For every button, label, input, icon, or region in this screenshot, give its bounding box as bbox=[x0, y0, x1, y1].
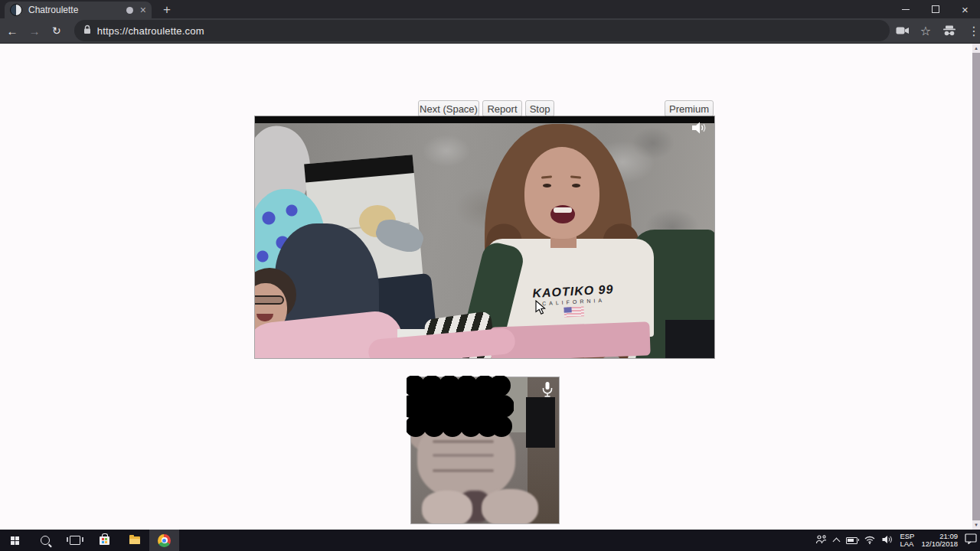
girl-teeth bbox=[554, 207, 572, 213]
scrollbar-thumb[interactable] bbox=[972, 53, 980, 520]
browser-toolbar: ← → ↻ https://chatroulette.com ☆ ⋮ bbox=[0, 18, 980, 44]
browser-menu-icon[interactable]: ⋮ bbox=[968, 24, 980, 38]
shirt-flag-graphic bbox=[564, 306, 584, 317]
volume-icon[interactable] bbox=[691, 121, 708, 135]
action-center-icon[interactable] bbox=[965, 533, 977, 547]
shirt-print: KAOTIKO 99 CALIFORNIA bbox=[507, 282, 640, 321]
battery-icon[interactable] bbox=[846, 537, 858, 544]
screen: Chatroulette × + × ← → ↻ https://chatrou… bbox=[0, 0, 980, 551]
reload-button[interactable]: ↻ bbox=[47, 21, 67, 41]
report-button[interactable]: Report bbox=[482, 100, 522, 117]
folder-icon bbox=[129, 536, 140, 544]
girl-eye bbox=[543, 184, 551, 187]
address-bar[interactable]: https://chatroulette.com bbox=[74, 20, 890, 41]
window-minimize-button[interactable] bbox=[890, 0, 920, 18]
people-icon[interactable] bbox=[815, 533, 827, 547]
scroll-up-icon[interactable]: ▴ bbox=[972, 44, 980, 53]
chrome-taskbar-button[interactable] bbox=[149, 530, 179, 551]
figure-leg bbox=[482, 489, 538, 523]
file-explorer-button[interactable] bbox=[119, 530, 149, 551]
search-icon bbox=[41, 536, 50, 545]
censor-blob bbox=[407, 376, 514, 443]
restore-icon bbox=[932, 5, 939, 13]
window-close-button[interactable]: × bbox=[950, 0, 980, 18]
chatroulette-favicon-icon bbox=[10, 4, 22, 16]
self-video bbox=[411, 377, 559, 523]
windows-logo-icon bbox=[11, 536, 19, 545]
tab-title: Chatroulette bbox=[28, 5, 126, 15]
tray-date: 12/10/2018 bbox=[921, 540, 958, 548]
window-controls: × bbox=[890, 0, 980, 18]
task-view-button[interactable] bbox=[60, 530, 90, 551]
partner-video: KAOTIKO 99 CALIFORNIA bbox=[255, 116, 714, 358]
tab-media-indicator-icon bbox=[126, 7, 133, 14]
tab-close-icon[interactable]: × bbox=[140, 5, 146, 15]
forward-button[interactable]: → bbox=[24, 21, 44, 41]
stop-button[interactable]: Stop bbox=[525, 100, 554, 117]
taskbar-search-button[interactable] bbox=[30, 530, 60, 551]
girl-eye bbox=[572, 184, 580, 187]
tray-overflow-chevron-icon[interactable] bbox=[833, 538, 841, 546]
video-top-bar bbox=[255, 116, 714, 123]
new-tab-button[interactable]: + bbox=[156, 2, 178, 18]
language-indicator[interactable]: ESP LAA bbox=[900, 533, 914, 548]
url-text: https://chatroulette.com bbox=[97, 25, 204, 37]
wifi-icon[interactable] bbox=[864, 533, 875, 547]
windows-taskbar: ESP LAA 21:09 12/10/2018 bbox=[0, 530, 980, 551]
store-icon bbox=[100, 536, 109, 545]
page-scrollbar[interactable]: ▴ ▾ bbox=[972, 44, 980, 530]
system-tray: ESP LAA 21:09 12/10/2018 bbox=[815, 530, 977, 551]
next-button[interactable]: Next (Space) bbox=[418, 100, 479, 117]
minimize-icon bbox=[902, 9, 910, 10]
bookmark-star-icon[interactable]: ☆ bbox=[920, 24, 931, 38]
clock[interactable]: 21:09 12/10/2018 bbox=[921, 533, 958, 548]
chrome-icon bbox=[158, 534, 171, 547]
figure-leg bbox=[422, 491, 472, 523]
incognito-icon[interactable] bbox=[942, 25, 957, 37]
tray-volume-icon[interactable] bbox=[882, 533, 893, 547]
girl-face bbox=[524, 147, 599, 239]
dark-corner bbox=[665, 320, 714, 358]
task-view-icon bbox=[70, 536, 80, 545]
language-line2: LAA bbox=[900, 540, 914, 548]
browser-tab-chatroulette[interactable]: Chatroulette × bbox=[5, 2, 152, 18]
microsoft-store-button[interactable] bbox=[90, 530, 119, 551]
lock-icon bbox=[83, 24, 91, 37]
microphone-icon[interactable] bbox=[539, 380, 556, 399]
back-button[interactable]: ← bbox=[2, 21, 22, 41]
toolbar-icons: ☆ ⋮ bbox=[896, 24, 980, 38]
premium-button[interactable]: Premium bbox=[665, 100, 714, 117]
dark-panel bbox=[526, 397, 555, 448]
start-button[interactable] bbox=[0, 530, 30, 551]
tab-capture-camera-icon[interactable] bbox=[896, 26, 910, 35]
scroll-down-icon[interactable]: ▾ bbox=[972, 520, 980, 530]
window-restore-button[interactable] bbox=[920, 0, 950, 18]
tab-strip: Chatroulette × + × bbox=[0, 0, 980, 18]
